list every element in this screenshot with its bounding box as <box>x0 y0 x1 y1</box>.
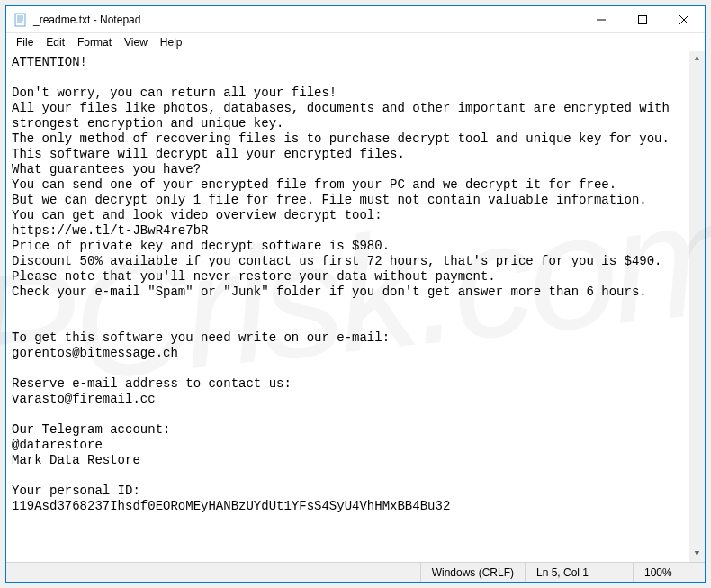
menu-format[interactable]: Format <box>71 35 118 50</box>
close-button[interactable] <box>663 6 705 33</box>
titlebar: _readme.txt - Notepad <box>6 6 705 33</box>
status-position: Ln 5, Col 1 <box>525 563 633 582</box>
scroll-up-icon[interactable]: ▲ <box>689 51 705 67</box>
vertical-scrollbar[interactable]: ▲▼ <box>689 51 705 562</box>
menu-edit[interactable]: Edit <box>40 35 71 50</box>
menubar: File Edit Format View Help <box>6 33 705 51</box>
menu-help[interactable]: Help <box>154 35 189 50</box>
status-zoom: 100% <box>633 563 705 582</box>
notepad-icon <box>14 13 28 27</box>
titlebar-left: _readme.txt - Notepad <box>6 13 140 27</box>
scroll-down-icon[interactable]: ▼ <box>689 547 705 562</box>
text-content: ATTENTION! Don't worry, you can return a… <box>12 55 677 513</box>
svg-rect-6 <box>639 16 647 24</box>
window-title: _readme.txt - Notepad <box>33 14 140 26</box>
maximize-button[interactable] <box>622 6 663 33</box>
menu-view[interactable]: View <box>118 35 154 50</box>
statusbar: Windows (CRLF) Ln 5, Col 1 100% <box>6 562 705 582</box>
text-area[interactable]: ATTENTION! Don't worry, you can return a… <box>6 51 705 562</box>
minimize-button[interactable] <box>580 6 622 33</box>
status-encoding: Windows (CRLF) <box>420 563 525 582</box>
window-controls <box>580 6 705 32</box>
menu-file[interactable]: File <box>10 35 40 50</box>
notepad-window: _readme.txt - Notepad File Edit Format V… <box>5 5 706 583</box>
